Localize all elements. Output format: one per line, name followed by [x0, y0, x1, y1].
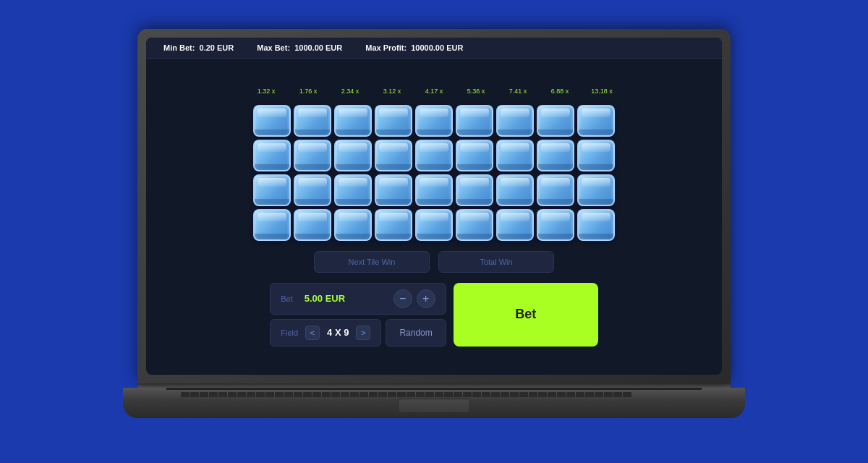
tile-0-5[interactable]	[456, 105, 493, 137]
tile-0-2[interactable]	[334, 105, 372, 137]
tile-2-4[interactable]	[415, 174, 453, 206]
laptop-base	[123, 388, 745, 418]
field-row: Field < 4 X 9 >	[270, 319, 381, 347]
tile-0-7[interactable]	[537, 105, 574, 137]
random-button[interactable]: Random	[386, 319, 446, 347]
tiles-grid	[253, 105, 615, 241]
max-profit-info: Max Profit: 10000.00 EUR	[365, 43, 463, 52]
tile-2-6[interactable]	[496, 174, 534, 206]
main-bet-button[interactable]: Bet	[454, 283, 598, 347]
field-prev-button[interactable]: <	[305, 326, 320, 340]
field-label: Field	[281, 328, 298, 337]
controls-area: Bet 5.00 EUR − + Field < 4 X 9	[270, 283, 598, 347]
tiles-row-0	[253, 105, 615, 137]
tile-2-2[interactable]	[334, 174, 372, 206]
win-row: Next Tile Win Total Win	[314, 251, 554, 273]
tile-3-8[interactable]	[577, 209, 615, 241]
tile-1-3[interactable]	[375, 140, 412, 171]
tile-1-6[interactable]	[496, 140, 534, 171]
tile-3-5[interactable]	[456, 209, 493, 241]
tile-0-1[interactable]	[294, 105, 331, 137]
multipliers-row: 1.32 x 1.76 x 2.34 x 3.12 x 4.17 x 5.36 …	[247, 88, 621, 95]
tile-2-8[interactable]	[577, 174, 615, 206]
tile-1-5[interactable]	[456, 140, 493, 171]
bet-row: Bet 5.00 EUR − +	[270, 283, 446, 315]
tiles-row-2	[253, 174, 615, 206]
tile-1-1[interactable]	[294, 140, 331, 171]
tile-0-8[interactable]	[577, 105, 615, 137]
max-profit-label: Max Profit:	[365, 43, 407, 52]
max-bet-value: 1000.00 EUR	[294, 43, 342, 52]
tile-1-0[interactable]	[253, 140, 291, 171]
laptop: Min Bet: 0.20 EUR Max Bet: 1000.00 EUR M…	[123, 29, 745, 434]
bet-decrease-button[interactable]: −	[393, 289, 412, 308]
tile-3-0[interactable]	[253, 209, 291, 241]
bet-controls: − +	[393, 289, 435, 308]
field-random-row: Field < 4 X 9 > Random	[270, 319, 446, 347]
tile-3-3[interactable]	[375, 209, 412, 241]
laptop-screen: Min Bet: 0.20 EUR Max Bet: 1000.00 EUR M…	[146, 38, 722, 375]
max-bet-info: Max Bet: 1000.00 EUR	[257, 43, 342, 52]
min-bet-info: Min Bet: 0.20 EUR	[163, 43, 234, 52]
bet-label: Bet	[281, 294, 293, 303]
tile-3-1[interactable]	[294, 209, 331, 241]
bet-increase-button[interactable]: +	[417, 289, 435, 308]
tile-3-2[interactable]	[334, 209, 372, 241]
multiplier-3: 3.12 x	[373, 88, 411, 95]
tiles-row-3	[253, 209, 615, 241]
game-area: 1.32 x 1.76 x 2.34 x 3.12 x 4.17 x 5.36 …	[146, 59, 722, 375]
tile-1-8[interactable]	[577, 140, 615, 171]
tile-0-3[interactable]	[375, 105, 412, 137]
tile-0-6[interactable]	[496, 105, 534, 137]
total-win-box: Total Win	[438, 251, 554, 273]
multiplier-2: 2.34 x	[331, 88, 369, 95]
max-profit-value: 10000.00 EUR	[411, 43, 463, 52]
tile-1-4[interactable]	[415, 140, 453, 171]
tile-3-6[interactable]	[496, 209, 534, 241]
max-bet-label: Max Bet:	[257, 43, 290, 52]
multiplier-4: 4.17 x	[415, 88, 453, 95]
tile-1-7[interactable]	[537, 140, 574, 171]
tile-2-7[interactable]	[537, 174, 574, 206]
multiplier-5: 5.36 x	[457, 88, 495, 95]
multiplier-1: 1.76 x	[289, 88, 327, 95]
tile-2-5[interactable]	[456, 174, 493, 206]
tiles-row-1	[253, 140, 615, 171]
min-bet-label: Min Bet:	[163, 43, 195, 52]
laptop-lid: Min Bet: 0.20 EUR Max Bet: 1000.00 EUR M…	[137, 29, 731, 383]
tile-0-0[interactable]	[253, 105, 291, 137]
field-next-button[interactable]: >	[356, 326, 370, 340]
bet-amount: 5.00 EUR	[305, 293, 345, 304]
tile-2-3[interactable]	[375, 174, 412, 206]
keyboard-area	[181, 392, 687, 405]
multiplier-7: 6.88 x	[541, 88, 579, 95]
tile-0-4[interactable]	[415, 105, 453, 137]
tile-3-7[interactable]	[537, 209, 574, 241]
min-bet-value: 0.20 EUR	[200, 43, 234, 52]
controls-left: Bet 5.00 EUR − + Field < 4 X 9	[270, 283, 446, 347]
tile-2-1[interactable]	[294, 174, 331, 206]
next-tile-win-box: Next Tile Win	[314, 251, 430, 273]
top-bar: Min Bet: 0.20 EUR Max Bet: 1000.00 EUR M…	[146, 38, 722, 59]
multiplier-6: 7.41 x	[499, 88, 537, 95]
field-value: 4 X 9	[327, 327, 349, 338]
tile-3-4[interactable]	[415, 209, 453, 241]
tile-2-0[interactable]	[253, 174, 291, 206]
multiplier-0: 1.32 x	[247, 88, 285, 95]
multiplier-8: 13.18 x	[583, 88, 621, 95]
tile-1-2[interactable]	[334, 140, 372, 171]
